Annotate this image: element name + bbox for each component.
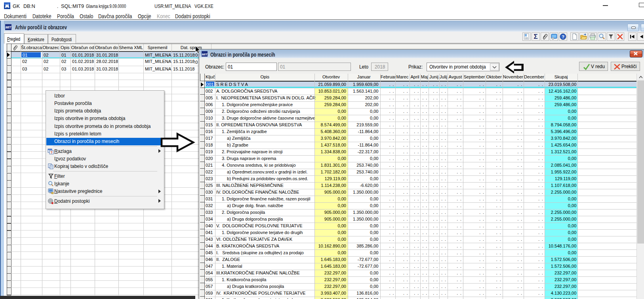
svg-text:MIT: MIT xyxy=(6,25,11,29)
svg-text:MIT: MIT xyxy=(202,53,208,56)
svg-text:?: ? xyxy=(50,150,53,154)
svg-text:?: ? xyxy=(562,34,564,39)
